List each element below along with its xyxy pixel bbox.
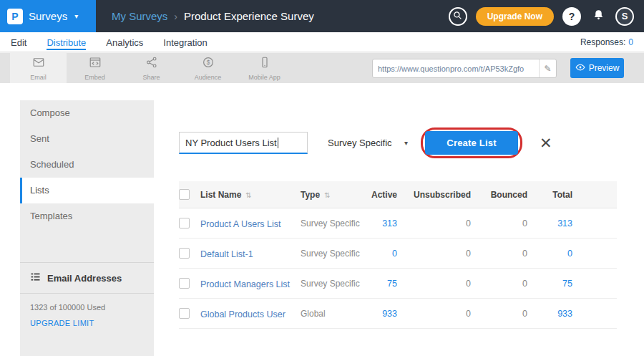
- edit-url-button[interactable]: ✎: [539, 59, 556, 77]
- mobile-app-icon: [258, 56, 271, 72]
- survey-url-input[interactable]: https://www.questionpro.com/t/AP53kZgfo: [373, 64, 539, 73]
- product-name: Surveys: [29, 10, 67, 22]
- list-name-link[interactable]: Global Products User: [200, 309, 286, 319]
- row-checkbox[interactable]: [179, 308, 190, 319]
- search-button[interactable]: [449, 7, 467, 26]
- select-all-checkbox[interactable]: [179, 189, 190, 200]
- distribute-toolbar: Email Embed Share $ Audience Mobile App …: [0, 52, 644, 83]
- create-list-row: NY Product Users List Survey Specific ▾ …: [179, 128, 552, 158]
- list-name-link[interactable]: Product A Users List: [200, 219, 281, 229]
- breadcrumb-my-surveys[interactable]: My Surveys: [112, 10, 167, 22]
- bounced-count: 0: [471, 218, 527, 228]
- header-type-label: Type: [301, 190, 320, 200]
- column-header-type[interactable]: Type⇅: [301, 190, 365, 200]
- active-count[interactable]: 933: [365, 309, 397, 319]
- lists-panel: NY Product Users List Survey Specific ▾ …: [154, 84, 624, 356]
- toolbar-item-share[interactable]: Share: [123, 53, 180, 83]
- total-count[interactable]: 0: [527, 249, 572, 259]
- row-checkbox[interactable]: [179, 218, 190, 228]
- total-count[interactable]: 75: [527, 279, 572, 289]
- questionpro-logo: P: [7, 9, 23, 24]
- column-header-total: Total: [527, 190, 572, 200]
- share-icon: [145, 56, 158, 72]
- audience-icon: $: [202, 56, 215, 72]
- preview-label: Preview: [589, 63, 620, 73]
- total-count[interactable]: 313: [527, 218, 572, 228]
- product-switcher[interactable]: P Surveys ▾: [0, 0, 96, 32]
- svg-text:$: $: [206, 59, 210, 66]
- email-addresses-title: Email Addresses: [47, 273, 122, 284]
- list-type-select[interactable]: Survey Specific ▾: [328, 138, 408, 148]
- create-list-button[interactable]: Create List: [425, 131, 518, 155]
- list-type-cell: Survey Specific: [301, 218, 365, 228]
- toolbar-label-embed: Embed: [84, 74, 105, 81]
- user-avatar[interactable]: S: [615, 7, 634, 26]
- toolbar-label-audience: Audience: [195, 74, 222, 81]
- unsubscribed-count: 0: [397, 218, 471, 228]
- total-count[interactable]: 933: [527, 309, 572, 319]
- table-row: Default List-1 Survey Specific 0 0 0 0: [179, 239, 617, 269]
- page-title: Product Experience Survey: [184, 10, 314, 22]
- column-header-active: Active: [365, 190, 397, 200]
- active-count[interactable]: 313: [365, 218, 397, 228]
- preview-button[interactable]: Preview: [570, 58, 624, 78]
- notifications-button[interactable]: [590, 8, 607, 25]
- sort-icon[interactable]: ⇅: [324, 191, 330, 199]
- toolbar-item-embed[interactable]: Embed: [67, 53, 123, 83]
- unsubscribed-count: 0: [397, 249, 471, 259]
- survey-url-box: https://www.questionpro.com/t/AP53kZgfo …: [372, 59, 557, 78]
- sidebar-item-sent[interactable]: Sent: [20, 126, 154, 152]
- list-name-link[interactable]: Product Managers List: [200, 279, 290, 289]
- toolbar-item-email[interactable]: Email: [10, 53, 67, 83]
- text-cursor: [278, 138, 278, 148]
- column-header-unsubscribed: Unsubscribed: [397, 190, 471, 200]
- lists-table: List Name⇅ Type⇅ Active Unsubscribed Bou…: [179, 181, 617, 329]
- column-header-list-name[interactable]: List Name⇅: [200, 190, 301, 200]
- topbar-actions: Upgrade Now ? S: [449, 7, 644, 26]
- list-type-cell: Survey Specific: [301, 279, 365, 289]
- toolbar-label-share: Share: [142, 74, 160, 81]
- list-name-link[interactable]: Default List-1: [200, 249, 253, 259]
- upgrade-limit-link[interactable]: UPGRADE LIMIT: [20, 314, 154, 332]
- column-header-bounced: Bounced: [471, 190, 527, 200]
- list-type-cell: Survey Specific: [301, 249, 365, 259]
- pencil-icon: ✎: [544, 64, 551, 74]
- tab-analytics[interactable]: Analytics: [106, 34, 143, 50]
- bounced-count: 0: [471, 249, 527, 259]
- toolbar-item-audience[interactable]: $ Audience: [180, 53, 236, 83]
- chevron-down-icon: ▾: [74, 12, 78, 20]
- email-addresses-section: Email Addresses 1323 of 100000 Used UPGR…: [20, 262, 154, 332]
- email-icon: [32, 56, 45, 72]
- close-icon[interactable]: ✕: [540, 135, 552, 150]
- sidebar-item-templates[interactable]: Templates: [20, 203, 154, 229]
- unsubscribed-count: 0: [397, 309, 471, 319]
- sort-icon[interactable]: ⇅: [245, 191, 251, 199]
- help-button[interactable]: ?: [562, 7, 581, 26]
- active-count[interactable]: 0: [365, 249, 397, 259]
- tab-distribute[interactable]: Distribute: [47, 34, 86, 50]
- annotation-highlight: Create List: [421, 128, 522, 158]
- embed-icon: [89, 56, 102, 72]
- sidebar-item-lists[interactable]: Lists: [20, 178, 154, 203]
- row-checkbox[interactable]: [179, 278, 190, 289]
- email-usage-text: 1323 of 100000 Used: [20, 294, 154, 314]
- active-count[interactable]: 75: [365, 279, 397, 289]
- content-area: Compose Sent Scheduled Lists Templates E…: [0, 84, 644, 356]
- table-row: Global Products User Global 933 0 0 933: [179, 299, 617, 329]
- tab-integration[interactable]: Integration: [163, 34, 207, 50]
- upgrade-now-button[interactable]: Upgrade Now: [476, 7, 554, 26]
- list-name-input[interactable]: NY Product Users List: [179, 132, 308, 154]
- list-name-value: NY Product Users List: [185, 138, 277, 148]
- row-checkbox[interactable]: [179, 248, 190, 259]
- responses-count[interactable]: Responses:0: [580, 37, 633, 47]
- survey-nav: Edit Distribute Analytics Integration Re…: [0, 32, 644, 52]
- toolbar-label-email: Email: [30, 74, 47, 81]
- eye-icon: [575, 62, 585, 74]
- sidebar-item-compose[interactable]: Compose: [20, 100, 154, 126]
- table-row: Product Managers List Survey Specific 75…: [179, 269, 617, 299]
- tab-edit[interactable]: Edit: [11, 34, 26, 50]
- table-header-row: List Name⇅ Type⇅ Active Unsubscribed Bou…: [179, 181, 617, 208]
- toolbar-label-mobile-app: Mobile App: [248, 74, 280, 81]
- sidebar-item-scheduled[interactable]: Scheduled: [20, 152, 154, 178]
- toolbar-item-mobile-app[interactable]: Mobile App: [236, 53, 293, 83]
